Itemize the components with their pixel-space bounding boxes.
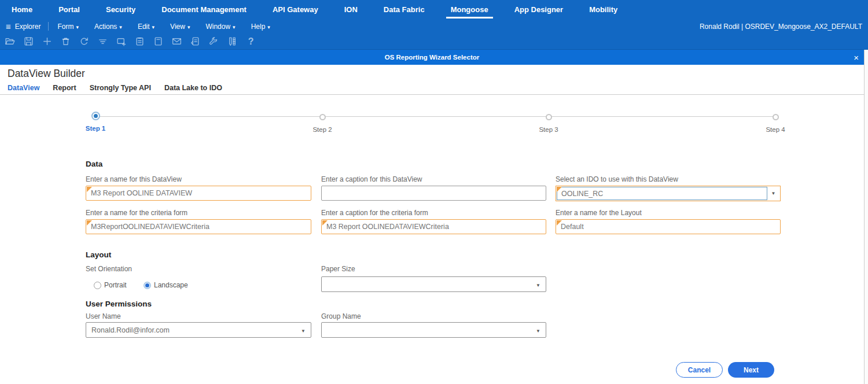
- criteria-caption-input[interactable]: [321, 219, 546, 234]
- open-folder-icon[interactable]: [4, 36, 16, 47]
- cancel-button[interactable]: Cancel: [676, 362, 723, 378]
- mail-icon[interactable]: [171, 36, 182, 47]
- menu-view-label: View: [170, 23, 185, 31]
- help-icon[interactable]: ?: [245, 36, 256, 47]
- new-window-icon[interactable]: [115, 36, 127, 47]
- step-1-label: Step 1: [69, 125, 122, 132]
- step-2-dot: [319, 114, 326, 120]
- nav-item-portal[interactable]: Portal: [58, 0, 80, 19]
- nav-item-home[interactable]: Home: [12, 0, 32, 19]
- user-name-select[interactable]: Ronald.Rodil@infor.com: [86, 322, 311, 338]
- tab-data-lake-to-ido[interactable]: Data Lake to IDO: [164, 84, 222, 92]
- nav-item-mobility[interactable]: Mobility: [589, 0, 617, 19]
- nav-item-ion[interactable]: ION: [344, 0, 358, 19]
- step-1: Step 1: [69, 113, 122, 132]
- tab-dataview[interactable]: DataView: [8, 84, 39, 92]
- nav-item-mongoose[interactable]: Mongoose: [451, 0, 488, 19]
- nav-item-data-fabric[interactable]: Data Fabric: [384, 0, 425, 19]
- chevron-down-icon: [119, 23, 122, 31]
- import-icon[interactable]: [189, 36, 201, 47]
- wizard-title: OS Reporting Wizard Selector: [385, 54, 479, 61]
- dataview-name-input[interactable]: [86, 186, 311, 201]
- menu-edit-label: Edit: [138, 23, 150, 31]
- criteria-name-label: Enter a name for the criteria form: [86, 209, 187, 217]
- layout-section-heading: Layout: [86, 250, 111, 259]
- tools-icon[interactable]: [208, 36, 219, 47]
- explorer-label: Explorer: [15, 23, 41, 31]
- nav-item-document-management[interactable]: Document Management: [161, 0, 247, 19]
- ido-dropdown-button[interactable]: [767, 187, 779, 200]
- ido-combo: [556, 186, 781, 201]
- data-section-heading: Data: [86, 160, 102, 168]
- step-1-dot: [93, 113, 99, 119]
- chevron-down-icon: [233, 23, 236, 31]
- step-4: Step 4: [749, 113, 801, 133]
- landscape-radio-label[interactable]: Landscape: [154, 281, 188, 289]
- dataview-caption-input[interactable]: [321, 186, 546, 201]
- page-title: DataView Builder: [8, 68, 85, 80]
- hamburger-icon: ≡: [6, 22, 11, 31]
- close-icon[interactable]: ×: [854, 53, 859, 62]
- dataview-name-label: Enter a name for this DataView: [86, 175, 182, 183]
- nav-item-app-designer[interactable]: App Designer: [514, 0, 564, 19]
- step-4-dot: [773, 114, 779, 120]
- save-icon[interactable]: [23, 36, 34, 47]
- design-icon[interactable]: [226, 36, 238, 47]
- dropdown-arrow-icon: [536, 280, 540, 289]
- tab-report[interactable]: Report: [53, 84, 76, 92]
- delete-icon[interactable]: [60, 36, 71, 47]
- chevron-down-icon: [152, 23, 155, 31]
- step-2-label: Step 2: [296, 126, 348, 133]
- svg-text:?: ?: [248, 36, 253, 46]
- menu-edit[interactable]: Edit: [138, 23, 155, 31]
- menu-window-label: Window: [205, 23, 230, 31]
- permissions-section-heading: User Permissions: [86, 300, 152, 308]
- dropdown-arrow-icon: [301, 326, 306, 334]
- wizard-titlebar: OS Reporting Wizard Selector ×: [0, 50, 864, 65]
- nav-item-api-gateway[interactable]: API Gateway: [273, 0, 318, 19]
- step-connector-line: [95, 116, 775, 117]
- menu-form[interactable]: Form: [57, 23, 79, 31]
- step-2: Step 2: [296, 113, 348, 133]
- menu-help[interactable]: Help: [251, 23, 270, 31]
- step-3: Step 3: [523, 113, 575, 133]
- menu-view[interactable]: View: [170, 23, 190, 31]
- menu-bar: ≡ Explorer Form Actions Edit View Window…: [0, 19, 868, 34]
- filter-icon[interactable]: [97, 36, 108, 47]
- toolbar: ?: [0, 34, 868, 50]
- ido-combo-input[interactable]: [557, 187, 767, 200]
- form-icon[interactable]: [152, 36, 164, 47]
- landscape-radio[interactable]: [144, 282, 151, 289]
- portrait-radio[interactable]: [94, 282, 101, 289]
- orientation-label: Set Orientation: [86, 265, 132, 273]
- menu-window[interactable]: Window: [205, 23, 235, 31]
- tab-strongly-type-api[interactable]: Strongly Type API: [90, 84, 151, 92]
- criteria-caption-label: Enter a caption for the criteria form: [321, 209, 428, 217]
- top-nav: Home Portal Security Document Management…: [0, 0, 868, 19]
- tab-divider: [0, 94, 864, 95]
- user-name-value: Ronald.Rodil@infor.com: [91, 326, 170, 334]
- nav-item-security[interactable]: Security: [106, 0, 135, 19]
- portrait-radio-label[interactable]: Portrait: [104, 281, 127, 289]
- next-button[interactable]: Next: [728, 362, 774, 378]
- user-name-label: User Name: [86, 312, 121, 320]
- app-window: Home Portal Security Document Management…: [0, 0, 868, 384]
- scrollbar-track[interactable]: [864, 50, 868, 384]
- chevron-down-icon: [76, 23, 79, 31]
- new-icon[interactable]: [41, 36, 53, 47]
- refresh-icon[interactable]: [78, 36, 90, 47]
- menu-divider: [48, 22, 49, 31]
- paper-size-select[interactable]: [321, 276, 546, 292]
- user-session-info: Ronald Rodil | OSRDEV_Mongoose_AX2_DEFAU…: [700, 23, 868, 31]
- menu-actions[interactable]: Actions: [94, 23, 122, 31]
- notes-icon[interactable]: [134, 36, 145, 47]
- step-3-label: Step 3: [523, 126, 575, 133]
- group-name-select[interactable]: [321, 322, 546, 338]
- explorer-button[interactable]: ≡ Explorer: [0, 22, 48, 31]
- step-4-label: Step 4: [749, 126, 801, 133]
- layout-name-input[interactable]: [556, 219, 781, 234]
- chevron-down-icon: [267, 23, 270, 31]
- criteria-name-input[interactable]: [86, 219, 311, 234]
- group-name-label: Group Name: [321, 312, 361, 320]
- menu-actions-label: Actions: [94, 23, 117, 31]
